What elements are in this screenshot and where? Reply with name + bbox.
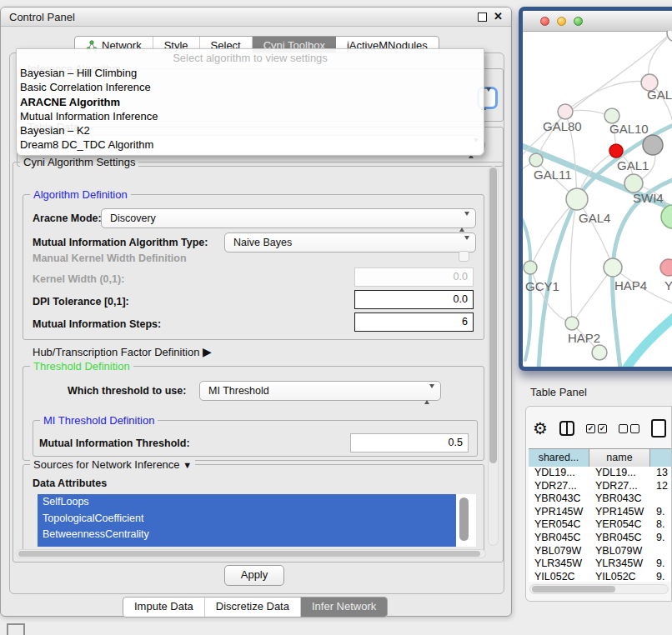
network-node[interactable] [592,345,607,360]
mi-threshold-field[interactable]: 0.5 [350,433,469,452]
minimized-panel-icon[interactable] [7,623,25,635]
column-header-shared[interactable]: shared... [529,449,589,468]
close-traffic-light[interactable] [540,17,549,26]
tab-impute-data[interactable]: Impute Data [123,598,205,617]
columns-icon[interactable] [559,421,574,436]
tab-discretize-data[interactable]: Discretize Data [205,598,301,617]
network-node[interactable] [624,174,643,192]
attribute-item-selfloops[interactable]: SelfLoops [38,494,456,511]
table-cell: YLR345W [589,558,650,571]
table-row[interactable]: YDL19...YDL19...13 [529,467,671,480]
hub-definition-expander[interactable]: Hub/Transcription Factor Definition ▶ [33,345,212,358]
attribute-list-scrollbar-thumb[interactable] [459,498,469,541]
kernel-width-field[interactable]: 0.0 [354,268,474,287]
table-row[interactable]: YBL079WYBL079W [529,545,671,558]
deselect-all-columns-icon[interactable] [619,424,639,433]
control-panel-window: Control Panel ✕ NetworkStyleSelectCyni T… [0,7,512,617]
table-toolbar: ⚙ ✓✓ [533,417,671,440]
attribute-item-gal4rgexp[interactable]: gal4RGexp [38,543,456,548]
table-cell [650,545,671,558]
table-cell: YER054C [529,518,589,532]
table-row[interactable]: YBR043CYBR043C [529,492,671,506]
mi-threshold-label: Mutual Information Threshold: [39,438,190,449]
table-row[interactable]: YBR045CYBR045C9. [529,532,671,545]
attribute-item-betweennesscentrality[interactable]: BetweennessCentrality [38,527,456,543]
algorithm-dropdown-popup: Select algorithm to view settings Bayesi… [16,48,484,156]
mi-algorithm-type-label: Mutual Information Algorithm Type: [33,237,208,248]
algorithm-option-basic-correlation-inference[interactable]: Basic Correlation Inference [20,80,480,94]
node-label-hap4: HAP4 [614,278,647,292]
mi-algorithm-type-value: Naive Bayes [233,237,292,248]
network-canvas[interactable]: GALGAL80GAL10GAL1GAL11SWI4GAL4GCY1HAP4YH… [523,31,672,367]
network-node[interactable] [661,205,672,228]
algorithm-option-aracne-algorithm[interactable]: ARACNE Algorithm [20,95,480,109]
minimize-traffic-light[interactable] [557,17,566,26]
dpi-tolerance-field[interactable]: 0.0 [354,290,474,309]
table-row[interactable]: YDR27...YDR27...12 [529,480,671,493]
settings-horizontal-scrollbar-thumb[interactable] [18,551,480,557]
mi-steps-label: Mutual Information Steps: [33,318,161,330]
network-window-titlebar[interactable] [523,11,672,32]
close-icon[interactable]: ✕ [494,10,503,22]
table-cell: YDL19... [529,467,589,480]
node-label-gal80: GAL80 [543,119,582,133]
table-row[interactable]: YLR345WYLR345W9. [529,558,671,571]
float-window-icon[interactable] [478,12,487,22]
manual-kernel-width-checkbox[interactable] [459,251,469,262]
tab-label: Infer Network [312,600,376,612]
table-row[interactable]: YPR145WYPR145W9. [529,506,671,519]
network-node[interactable] [566,188,588,210]
table-row[interactable]: YIL052CYIL052C9. [529,571,671,582]
algorithm-option-bayesian-hill-climbing[interactable]: Bayesian – Hill Climbing [20,66,480,80]
mi-threshold-definition-legend: MI Threshold Definition [40,414,158,427]
table-cell: YBR045C [589,532,650,545]
sources-legend[interactable]: Sources for Network Inference ▼ [30,458,195,471]
which-threshold-combobox[interactable]: MI Threshold [199,381,441,401]
network-node[interactable] [604,258,622,277]
network-node[interactable] [667,31,672,42]
network-node[interactable] [660,259,672,276]
combo-arrows-icon [459,212,469,231]
gear-icon[interactable]: ⚙ [533,420,548,437]
tab-infer-network[interactable]: Infer Network [301,598,387,617]
network-node[interactable] [558,104,573,119]
dpi-tolerance-label: DPI Tolerance [0,1]: [33,296,129,308]
column-header-2[interactable] [650,449,671,468]
network-node[interactable] [524,261,537,274]
collapse-triangle-icon[interactable]: ▼ [183,460,192,470]
table-cell: YLR345W [529,558,589,571]
network-node[interactable] [643,135,663,155]
node-label-hap2: HAP2 [568,331,600,345]
aracne-mode-combobox[interactable]: Discovery [101,208,476,228]
node-label-y: Y [664,278,672,292]
settings-vertical-scrollbar-thumb[interactable] [489,168,497,463]
apply-button[interactable]: Apply [224,565,284,586]
table-cell: 9. [650,558,671,571]
column-header-name[interactable]: name [589,449,650,468]
network-edge [565,82,649,112]
table-cell: YDR27... [529,480,589,493]
network-node[interactable] [609,144,623,158]
table-cell: YBR045C [529,532,589,545]
table-row[interactable]: YER054CYER054C8. [529,518,671,532]
expand-triangle-icon[interactable]: ▶ [203,345,212,358]
select-all-columns-icon[interactable]: ✓✓ [586,424,607,433]
node-label-gal: GAL [647,88,672,102]
kernel-width-label: Kernel Width (0,1): [33,273,124,285]
table-rows: YDL19...YDL19...13YDR27...YDR27...12YBR0… [529,467,671,582]
attribute-item-topologicalcoefficient[interactable]: TopologicalCoefficient [38,511,456,528]
mi-steps-field[interactable]: 6 [354,312,474,332]
algorithm-option-bayesian-k2[interactable]: Bayesian – K2 [20,123,480,138]
network-node[interactable] [565,317,579,330]
table-cell: YDR27... [589,480,650,493]
zoom-traffic-light[interactable] [574,17,583,26]
node-label-gal4: GAL4 [579,211,610,225]
mi-algorithm-type-combobox[interactable]: Naive Bayes [224,232,476,252]
table-horizontal-scrollbar-thumb[interactable] [532,586,615,592]
algorithm-option-mutual-information-inference[interactable]: Mutual Information Inference [20,109,480,123]
new-table-icon[interactable] [651,419,666,438]
table-cell: YIL052C [589,571,650,582]
network-node[interactable] [529,153,543,167]
algorithm-option-dream8-dc-tdc-algorithm[interactable]: Dream8 DC_TDC Algorithm [20,138,480,152]
sources-legend-label: Sources for Network Inference [33,458,180,471]
